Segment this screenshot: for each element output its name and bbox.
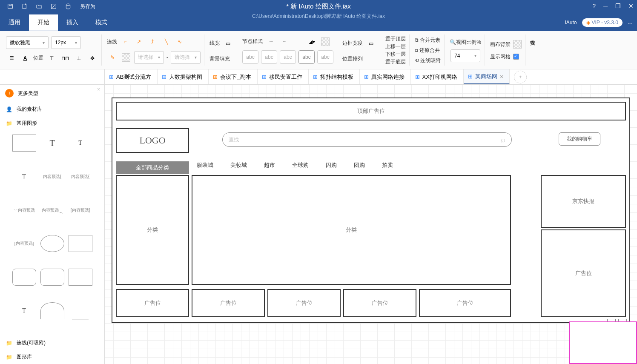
nav-item[interactable]: 超市	[264, 161, 275, 169]
fill-color-icon[interactable]: ◢▾	[306, 36, 317, 47]
more-types[interactable]: 更多类型	[18, 90, 38, 97]
doc-tab-6[interactable]: ⊞真实网络连接	[360, 69, 411, 84]
showgrid-check[interactable]	[513, 54, 519, 60]
wire-search[interactable]: 查找⌕	[222, 132, 512, 147]
send-backward[interactable]: 下移一层	[385, 50, 406, 58]
wire-logo[interactable]: LOGO	[116, 128, 189, 153]
minimap[interactable]	[569, 321, 637, 364]
help-icon[interactable]: ?	[592, 3, 596, 9]
canvasbg-swatch[interactable]	[513, 40, 522, 49]
shape-square[interactable]	[69, 235, 92, 252]
wire-cart[interactable]: 我的购物车	[559, 132, 600, 146]
nav-item[interactable]: 美妆城	[230, 161, 247, 169]
zoom-select[interactable]: 74▾	[450, 49, 480, 62]
connector-1-icon[interactable]: ⌐	[120, 36, 131, 47]
shape-text-large[interactable]: T	[40, 135, 64, 152]
nav-item[interactable]: 团购	[354, 161, 365, 169]
wire-ad-3[interactable]: 广告位	[267, 289, 341, 317]
wire-top-ad[interactable]: 顶部广告位	[116, 102, 626, 120]
open-icon[interactable]	[35, 2, 43, 11]
canvas[interactable]: 顶部广告位 LOGO 查找⌕ 我的购物车 全部商品分类 服装城 美妆城 超市 全…	[105, 85, 637, 364]
shape-text-small[interactable]: T	[69, 135, 92, 152]
shape-text-small2[interactable]: T	[12, 168, 36, 185]
close-sidebar-icon[interactable]: ×	[97, 86, 100, 92]
wire-main-cat[interactable]: 分类	[192, 175, 511, 285]
fontsize-select[interactable]: 12px▾	[51, 36, 81, 49]
move-icon[interactable]: ✥	[87, 53, 98, 64]
save-icon[interactable]	[6, 2, 14, 11]
shape-bracket2[interactable]: [内容预选]	[12, 235, 36, 252]
shape-bracket[interactable]: [内容预选]	[69, 202, 92, 219]
text-style-3[interactable]: abc	[280, 50, 296, 64]
connector-2-icon[interactable]: ↗	[133, 36, 144, 47]
text-style-5[interactable]: abc	[317, 50, 333, 64]
wire-side-ad[interactable]: 广告位	[541, 229, 626, 317]
dash-1-icon[interactable]: ┄	[265, 36, 276, 47]
line-color-icon[interactable]: ✎	[107, 52, 118, 63]
shape-brace-r[interactable]: 内容预选 {	[69, 168, 92, 185]
sidebar-item-common[interactable]: 📁常用图形	[0, 116, 104, 130]
close-tab-icon[interactable]: ×	[500, 73, 503, 80]
merge-btn[interactable]: ⧉ 合并元素	[415, 36, 441, 44]
new-icon[interactable]	[20, 2, 29, 11]
shape-arc[interactable]	[40, 302, 64, 319]
doc-tab-8[interactable]: ⊞某商场网×	[464, 69, 510, 84]
font-select[interactable]: 微软雅黑▾	[6, 36, 49, 49]
shape-rect[interactable]	[12, 135, 36, 152]
minimize-icon[interactable]: ─	[603, 3, 608, 9]
arrow-start-select[interactable]: 请选择▾	[134, 51, 164, 64]
valign-top-icon[interactable]: ⊤	[46, 53, 57, 64]
doc-tab-2[interactable]: ⊞大数据架构图	[158, 69, 209, 84]
export-icon[interactable]	[64, 2, 72, 11]
menu-insert[interactable]: 插入	[58, 14, 87, 31]
shape-brace-l[interactable]: 内容预选 {	[40, 168, 64, 185]
wire-ad-2[interactable]: 广告位	[192, 289, 265, 317]
close-icon[interactable]: ✕	[628, 3, 634, 9]
plus-icon[interactable]: +	[5, 89, 14, 97]
wire-jdnews[interactable]: 京东快报	[541, 175, 626, 228]
distribute-h-icon[interactable]: ⊓⊓	[60, 53, 71, 64]
wire-allcat[interactable]: 全部商品分类	[116, 161, 189, 174]
wire-ad-4[interactable]: 广告位	[343, 289, 416, 317]
text-style-1[interactable]: abc	[242, 50, 258, 64]
doc-tab-7[interactable]: ⊞XX打印机网络	[411, 69, 464, 84]
doc-tab-5[interactable]: ⊞拓扑结构模板	[309, 69, 360, 84]
doc-tab-1[interactable]: ⊞AB测试分流方	[105, 69, 158, 84]
wire-sidebar-cat[interactable]: 分类	[116, 175, 189, 285]
wire-ad-1[interactable]: 广告位	[116, 289, 189, 317]
connector-4-icon[interactable]: ╲	[161, 36, 172, 47]
shape-round-rect2[interactable]	[40, 269, 64, 286]
shape-square2[interactable]	[69, 269, 92, 286]
collapse-ribbon-icon[interactable]: ︿	[628, 19, 633, 26]
menu-start[interactable]: 开始	[29, 14, 58, 31]
wire-ad-5[interactable]: 广告位	[419, 289, 511, 317]
shape-text3[interactable]: T	[12, 302, 36, 319]
nav-item[interactable]: 全球购	[292, 161, 309, 169]
bring-front[interactable]: 置于顶层	[385, 35, 406, 43]
snap-btn[interactable]: ⟲ 连线吸附	[415, 57, 441, 64]
sidebar-item-lines[interactable]: 📁连线(可吸附)	[0, 336, 104, 350]
unmerge-btn[interactable]: ⧈ 还原合并	[415, 46, 441, 54]
connector-3-icon[interactable]: ⤴	[147, 36, 158, 47]
vip-badge[interactable]: ◈VIP - v3.3.0	[582, 18, 623, 27]
align-left-icon[interactable]: ☰	[6, 53, 17, 64]
nav-item[interactable]: 服装城	[197, 161, 213, 169]
save-as-btn[interactable]: 另存为	[77, 2, 99, 11]
text-style-2[interactable]: abc	[261, 50, 277, 64]
text-style-4[interactable]: abc	[298, 50, 315, 64]
edit-icon[interactable]	[49, 2, 58, 11]
shape-brace-top[interactable]: ︶内容预选	[12, 202, 36, 219]
search-button[interactable]: 查找	[527, 34, 538, 66]
doc-tab-4[interactable]: ⊞移民安置工作	[258, 69, 309, 84]
font-color-icon[interactable]: A	[20, 53, 31, 64]
borderwidth-icon[interactable]: ▭	[365, 38, 376, 49]
connector-5-icon[interactable]: ∿	[174, 36, 185, 47]
solid-icon[interactable]: ─	[293, 36, 304, 47]
menu-general[interactable]: 通用	[0, 14, 29, 31]
sidebar-item-shapelib[interactable]: 📁图形库	[0, 350, 104, 364]
nav-item[interactable]: 拍卖	[382, 161, 393, 169]
add-tab-button[interactable]: +	[514, 71, 527, 83]
shape-circle[interactable]	[40, 235, 64, 252]
maximize-icon[interactable]: ❐	[615, 3, 621, 9]
send-back[interactable]: 置于底层	[385, 58, 406, 66]
